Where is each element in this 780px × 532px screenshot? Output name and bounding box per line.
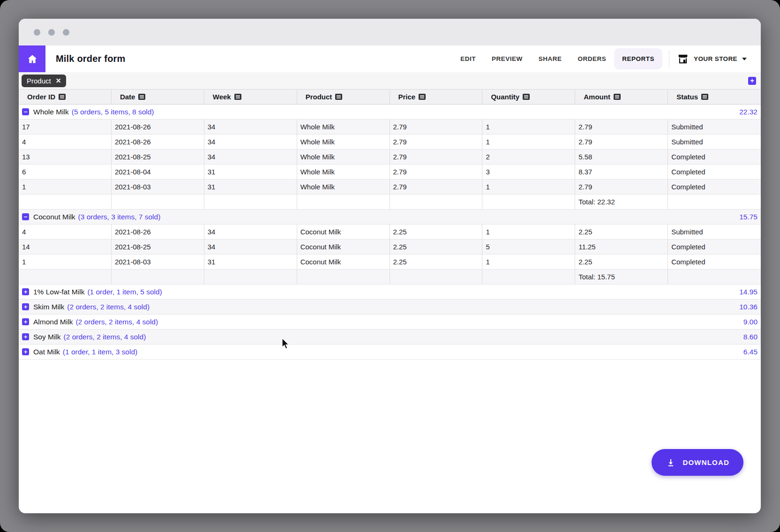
table-cell: 5.58 bbox=[575, 150, 668, 164]
table-cell bbox=[668, 195, 761, 209]
page-title: Milk order form bbox=[56, 53, 126, 64]
table-cell: 1 bbox=[482, 120, 575, 134]
table-cell: 2.25 bbox=[575, 255, 668, 269]
table-row: 12021-08-0331Whole Milk2.7912.79Complete… bbox=[19, 180, 761, 195]
storefront-icon bbox=[677, 53, 689, 65]
expand-icon[interactable]: + bbox=[22, 288, 29, 295]
download-label: DOWNLOAD bbox=[682, 458, 729, 466]
group-row-skim-milk[interactable]: +Skim Milk(2 orders, 2 items, 4 sold)10.… bbox=[19, 300, 761, 315]
column-header-amount[interactable]: Amount bbox=[575, 90, 668, 104]
filter-bar: Product ✕ + bbox=[19, 72, 761, 89]
group-summary: (1 order, 1 item, 5 sold) bbox=[87, 288, 162, 296]
table-cell: 5 bbox=[482, 240, 575, 254]
column-header-order-id[interactable]: Order ID bbox=[19, 90, 112, 104]
group-name: Skim Milk bbox=[33, 303, 64, 311]
group-row-almond-milk[interactable]: +Almond Milk(2 orders, 2 items, 4 sold)9… bbox=[19, 315, 761, 330]
column-menu-icon bbox=[59, 94, 66, 100]
table-cell bbox=[482, 270, 575, 284]
table-cell: 2021-08-25 bbox=[112, 150, 204, 164]
report-table: Order ID Date Week Product Price Quantit… bbox=[19, 89, 761, 360]
table-cell: Whole Milk bbox=[297, 135, 390, 149]
table-cell: Completed bbox=[668, 150, 761, 164]
group-amount: 14.95 bbox=[739, 288, 758, 296]
column-menu-icon bbox=[419, 94, 426, 100]
app-window: Milk order form EDIT PREVIEW SHARE ORDER… bbox=[19, 19, 761, 513]
table-cell: 6 bbox=[19, 165, 112, 179]
table-cell: 2.79 bbox=[390, 135, 483, 149]
product-filter-chip[interactable]: Product ✕ bbox=[22, 75, 66, 87]
home-icon bbox=[27, 53, 38, 65]
table-cell: 2021-08-26 bbox=[112, 225, 204, 239]
window-control-dot[interactable] bbox=[34, 29, 40, 36]
column-header-product[interactable]: Product bbox=[297, 90, 390, 104]
collapse-icon[interactable]: − bbox=[22, 213, 29, 220]
column-header-date[interactable]: Date bbox=[112, 90, 204, 104]
table-cell: Completed bbox=[668, 180, 761, 194]
group-name: Coconut Milk bbox=[33, 213, 75, 221]
add-group-icon[interactable]: + bbox=[748, 77, 756, 85]
collapse-icon[interactable]: − bbox=[22, 108, 29, 115]
column-header-week[interactable]: Week bbox=[204, 90, 297, 104]
group-row-1-low-fat-milk[interactable]: +1% Low-fat Milk(1 order, 1 item, 5 sold… bbox=[19, 285, 761, 300]
expand-icon[interactable]: + bbox=[22, 333, 29, 340]
close-icon[interactable]: ✕ bbox=[56, 77, 61, 84]
group-summary: (5 orders, 5 items, 8 sold) bbox=[72, 108, 154, 116]
table-cell: 34 bbox=[204, 225, 297, 239]
table-cell: 2.79 bbox=[390, 150, 483, 164]
table-cell: 4 bbox=[19, 225, 112, 239]
expand-icon[interactable]: + bbox=[22, 303, 29, 310]
download-button[interactable]: DOWNLOAD bbox=[652, 449, 743, 476]
column-menu-icon bbox=[523, 94, 530, 100]
table-cell: Coconut Milk bbox=[297, 255, 390, 269]
table-cell bbox=[390, 270, 483, 284]
table-cell: Submitted bbox=[668, 135, 761, 149]
table-cell: 2.79 bbox=[390, 165, 483, 179]
table-row: 132021-08-2534Whole Milk2.7925.58Complet… bbox=[19, 150, 761, 165]
table-cell: 31 bbox=[204, 165, 297, 179]
table-cell: 31 bbox=[204, 255, 297, 269]
main-nav: EDIT PREVIEW SHARE ORDERS REPORTS YOUR S… bbox=[452, 48, 761, 69]
group-row-whole-milk[interactable]: −Whole Milk(5 orders, 5 items, 8 sold)22… bbox=[19, 105, 761, 120]
nav-share[interactable]: SHARE bbox=[531, 48, 570, 69]
home-button[interactable] bbox=[19, 45, 45, 72]
group-name: Whole Milk bbox=[33, 108, 69, 116]
table-cell: 2.79 bbox=[390, 120, 483, 134]
column-header-price[interactable]: Price bbox=[390, 90, 483, 104]
group-amount: 6.45 bbox=[743, 348, 758, 356]
column-header-quantity[interactable]: Quantity bbox=[482, 90, 575, 104]
table-cell bbox=[112, 270, 204, 284]
nav-orders[interactable]: ORDERS bbox=[570, 48, 614, 69]
table-cell: 2 bbox=[482, 150, 575, 164]
table-cell: 2.79 bbox=[575, 180, 668, 194]
table-cell bbox=[482, 195, 575, 209]
table-cell: 14 bbox=[19, 240, 112, 254]
group-summary: (2 orders, 2 items, 4 sold) bbox=[64, 333, 146, 341]
table-cell: Coconut Milk bbox=[297, 225, 390, 239]
nav-preview[interactable]: PREVIEW bbox=[484, 48, 531, 69]
expand-icon[interactable]: + bbox=[22, 318, 29, 325]
table-cell: 2021-08-03 bbox=[112, 180, 204, 194]
group-amount: 22.32 bbox=[739, 108, 758, 116]
table-cell: Whole Milk bbox=[297, 150, 390, 164]
table-cell: 2021-08-26 bbox=[112, 120, 204, 134]
group-row-soy-milk[interactable]: +Soy Milk(2 orders, 2 items, 4 sold)8.60 bbox=[19, 330, 761, 345]
table-cell bbox=[112, 195, 204, 209]
table-cell: 2021-08-26 bbox=[112, 135, 204, 149]
column-header-status[interactable]: Status bbox=[668, 90, 761, 104]
table-cell: 11.25 bbox=[575, 240, 668, 254]
group-row-oat-milk[interactable]: +Oat Milk(1 order, 1 item, 3 sold)6.45 bbox=[19, 345, 761, 360]
window-control-dot[interactable] bbox=[63, 29, 69, 36]
table-cell: 2021-08-25 bbox=[112, 240, 204, 254]
expand-icon[interactable]: + bbox=[22, 348, 29, 355]
group-amount: 10.36 bbox=[739, 303, 758, 311]
table-cell: 1 bbox=[482, 135, 575, 149]
window-control-dot[interactable] bbox=[48, 29, 55, 36]
group-row-coconut-milk[interactable]: −Coconut Milk(3 orders, 3 items, 7 sold)… bbox=[19, 210, 761, 225]
column-menu-icon bbox=[614, 94, 621, 100]
group-total-label: Total: 22.32 bbox=[575, 195, 668, 209]
nav-edit[interactable]: EDIT bbox=[452, 48, 484, 69]
nav-reports[interactable]: REPORTS bbox=[614, 48, 662, 69]
store-menu-button[interactable]: YOUR STORE bbox=[676, 50, 748, 68]
group-summary: (3 orders, 3 items, 7 sold) bbox=[78, 213, 161, 221]
group-name: 1% Low-fat Milk bbox=[33, 288, 84, 296]
